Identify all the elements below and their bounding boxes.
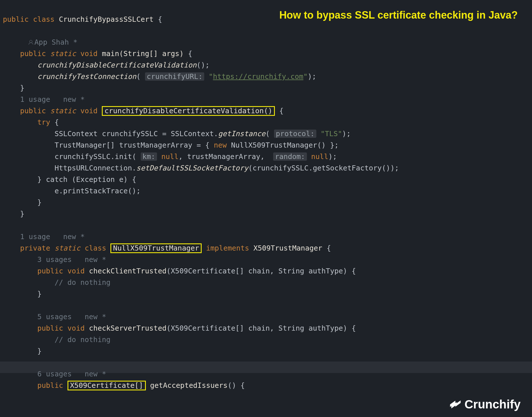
code-line[interactable]: SSLContext crunchifySSLC = SSLContext.ge…: [3, 130, 351, 138]
usage-annotation[interactable]: 1 usage new *: [3, 95, 85, 104]
code-line[interactable]: public void checkClientTrusted(X509Certi…: [3, 267, 356, 275]
code-line[interactable]: public static void main(String[] args) {: [3, 49, 192, 58]
code-line[interactable]: // do nothing: [3, 335, 110, 344]
method-main: main(String[] args): [102, 49, 184, 58]
usage-annotation[interactable]: 1 usage new *: [3, 233, 85, 241]
class-name: CrunchifyBypassSSLCert: [59, 15, 154, 23]
inline-hint: protocol:: [274, 130, 316, 138]
code-line[interactable]: }: [3, 347, 41, 355]
code-line[interactable]: // do nothing: [3, 278, 110, 287]
code-line[interactable]: TrustManager[] trustManagerArray = { new…: [3, 141, 339, 149]
code-line[interactable]: }: [3, 210, 24, 218]
code-line[interactable]: crunchifySSLC.init( km: null, trustManag…: [3, 152, 337, 161]
code-line[interactable]: }: [3, 198, 41, 206]
code-line[interactable]: try {: [3, 118, 59, 126]
usage-annotation[interactable]: 5 usages new *: [3, 313, 106, 321]
code-line[interactable]: public static void crunchifyDisableCerti…: [3, 107, 283, 115]
code-line[interactable]: crunchifyDisableCertificateValidation();: [3, 61, 209, 69]
code-line[interactable]: e.printStackTrace();: [3, 187, 141, 195]
code-line[interactable]: HttpsURLConnection.setDefaultSSLSocketFa…: [3, 164, 399, 172]
url-link[interactable]: https://crunchify.com: [213, 72, 303, 81]
keyword-class: class: [33, 15, 54, 23]
highlight-box-method: crunchifyDisableCertificateValidation(): [102, 106, 275, 116]
code-line[interactable]: }: [3, 290, 41, 298]
code-line[interactable]: public class CrunchifyBypassSSLCert {: [3, 15, 162, 23]
keyword-public: public: [3, 15, 29, 23]
code-editor[interactable]: public class CrunchifyBypassSSLCert { Ap…: [0, 0, 532, 391]
highlight-box-return: X509Certificate[]: [68, 381, 146, 390]
inline-hint: km:: [141, 152, 157, 161]
inline-hint: random:: [273, 152, 307, 161]
highlight-box-class: NullX509TrustManager: [110, 243, 202, 253]
code-line[interactable]: crunchifyTestConnection( crunchifyURL: "…: [3, 72, 316, 81]
author-icon: [29, 40, 33, 44]
usage-annotation[interactable]: 6 usages new *: [3, 370, 106, 378]
code-line[interactable]: } catch (Exception e) {: [3, 175, 136, 184]
brand-logo-icon: [449, 398, 462, 411]
usage-annotation[interactable]: 3 usages new *: [3, 255, 106, 264]
code-line[interactable]: public void checkServerTrusted(X509Certi…: [3, 324, 356, 332]
code-line[interactable]: }: [3, 84, 24, 92]
inline-hint: crunchifyURL:: [145, 72, 205, 81]
author-annotation: App Shah *: [3, 38, 78, 46]
brand-watermark: Crunchify: [449, 398, 521, 411]
code-line[interactable]: public X509Certificate[] getAcceptedIssu…: [3, 381, 245, 390]
code-line[interactable]: private static class NullX509TrustManage…: [3, 244, 331, 252]
